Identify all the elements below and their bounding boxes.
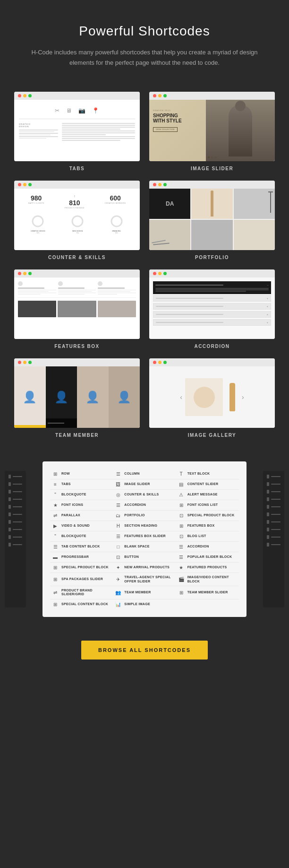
slider-body: SEASON 2015 SHOPPINGWITH STYLE VIEW COLL…	[149, 100, 275, 161]
left-panel-el-8	[6, 526, 25, 533]
sc-accordion-label: ACCORDION	[124, 503, 146, 507]
ftb7	[58, 293, 96, 294]
sc-image-video-label: IMAGE/VIDEO CONTENT BLOCK	[187, 575, 237, 583]
sc-tabs: ≡ TABS	[50, 479, 113, 490]
person-silhouette-3: 👤	[85, 391, 100, 404]
shortcode-item-tabs: ✂ 🖥 📷 📍 GRAPHIC DESIGN	[14, 92, 140, 171]
sc-row: ⊞ ROW	[50, 469, 113, 479]
blockquote2-icon: "	[52, 534, 59, 539]
woman-head	[235, 101, 246, 111]
right-icon-3	[267, 490, 269, 494]
image-video-icon: 🎬	[178, 577, 185, 582]
alert-icon: ⚠	[178, 492, 185, 497]
skill-donut-2	[71, 215, 84, 228]
sc-portfolio-label: PORTFOLIO	[124, 513, 145, 517]
text-r10	[62, 140, 120, 141]
accordion-item-4: +	[153, 319, 271, 326]
team-body: 👤 👤 👤	[14, 366, 140, 428]
stat3-value: 600	[105, 194, 126, 202]
special-product-icon: ⊡	[178, 513, 185, 518]
left-icon-3	[8, 490, 11, 494]
counter-icon: ◎	[115, 492, 121, 497]
left-panel-el-7	[6, 518, 25, 526]
shortcode-item-gallery: ‹ › IMAGE GALLERY	[149, 358, 275, 438]
dot-green3	[28, 183, 32, 186]
accordion-icon: ☰	[115, 503, 121, 508]
product-brand-icon: ⇌	[52, 590, 59, 595]
sc-section-heading: H SECTION HEADING	[113, 521, 176, 531]
features-header-row	[18, 281, 136, 295]
text-r3	[62, 127, 135, 128]
skill2-pct: 75%	[71, 232, 84, 234]
left-icon-6	[8, 512, 11, 516]
right-panel-el-9	[264, 533, 283, 541]
right-panel-el-4	[264, 495, 283, 503]
monitor-icon: 🖥	[66, 107, 72, 114]
sc-progressbar: ▬ PROGRESSBAR	[50, 552, 113, 563]
feature-text-1	[18, 290, 56, 295]
right-icon-5	[267, 505, 269, 509]
dot-yellow4	[158, 183, 162, 186]
sc-special-product-label: SPECIAL PRODUCT BLOCK	[187, 513, 235, 517]
person-silhouette-2: 👤	[54, 391, 68, 404]
right-line-9	[271, 537, 280, 538]
sc-text-block: T TEXT BLOCK	[176, 469, 239, 479]
heading-icon: H	[115, 523, 121, 529]
sc-tab-content: ☰ TAB CONTENT BLOCK	[50, 542, 113, 552]
dot-green6	[163, 272, 167, 275]
sc-team-slider: ⊞ TEAM MEMBER SLIDER	[176, 586, 239, 599]
dot-red2	[153, 94, 156, 97]
upload-icon: ↑	[65, 194, 85, 199]
accordion-item-2: +	[153, 303, 271, 310]
dot-yellow6	[158, 272, 162, 275]
right-line-6	[271, 514, 280, 515]
browser-chrome-counter	[14, 181, 140, 189]
accordion2-icon: ☰	[178, 544, 185, 549]
sc-features-slider-label: FEATURES BOX SLIDER	[124, 534, 166, 538]
right-icon-2	[267, 482, 269, 486]
left-icon-10	[8, 543, 11, 547]
team-preview: 👤 👤 👤	[14, 358, 140, 428]
sc-progressbar-label: PROGRESSBAR	[61, 555, 89, 559]
right-icon-10	[267, 543, 269, 547]
browse-button[interactable]: BROWSE ALL SHORTCODES	[81, 641, 208, 660]
sc-featured-products: ★ FEATURED PRODUCTS	[176, 563, 239, 573]
features-preview	[14, 269, 140, 339]
sc-features-box-label: FEATURES BOX	[187, 524, 215, 528]
browser-chrome-features	[14, 269, 140, 278]
sc-alert-label: ALERT MESSAGE	[187, 493, 218, 496]
slider-label: IMAGE SLIDER	[191, 166, 233, 171]
browser-chrome-tabs	[14, 92, 140, 100]
right-line-10	[271, 544, 280, 545]
featured-products-icon: ★	[178, 565, 185, 570]
portfolio-icon: 🗂	[115, 513, 121, 518]
feature-col-2	[58, 281, 96, 295]
portfolio-cell-4	[149, 220, 190, 250]
text-r7	[62, 134, 106, 135]
right-line-7	[271, 521, 280, 522]
sc-blockquote-label: BLOCKQUOTE	[61, 493, 86, 496]
dot-green4	[163, 183, 167, 186]
sc-features-box: ⊞ FEATURES BOX	[176, 521, 239, 531]
sc-portfolio: 🗂 PORTFOLIO	[113, 511, 176, 521]
video-icon: ▶	[52, 523, 59, 529]
right-icon-9	[267, 535, 269, 539]
sc-font-icons-list-label: FONT ICONS LIST	[187, 503, 218, 507]
gallery-prev-arrow[interactable]: ‹	[180, 393, 182, 401]
left-icon-2	[8, 482, 11, 486]
gallery-next-arrow[interactable]: ›	[242, 393, 244, 401]
team-person-2: 👤	[46, 366, 77, 428]
right-panel-el-7	[264, 518, 283, 526]
feature-title-3	[98, 287, 124, 289]
sc-video-label: VIDEO & SOUND	[61, 524, 90, 528]
sc-spa-label: SPA PACKAGES SLIDER	[61, 577, 103, 581]
progressbar-icon: ▬	[52, 555, 59, 560]
team-member-icon: 👥	[115, 590, 121, 595]
sc-font-icons-label: FONT ICONS	[61, 503, 83, 507]
ftb10	[98, 291, 130, 292]
shortcode-item-slider: SEASON 2015 SHOPPINGWITH STYLE VIEW COLL…	[149, 92, 275, 171]
sc-video-sound: ▶ VIDEO & SOUND	[50, 521, 113, 531]
accordion-header-2: +	[153, 304, 271, 309]
team-label: TEAM MEMBER	[55, 433, 99, 438]
gallery-bottle	[230, 383, 235, 411]
